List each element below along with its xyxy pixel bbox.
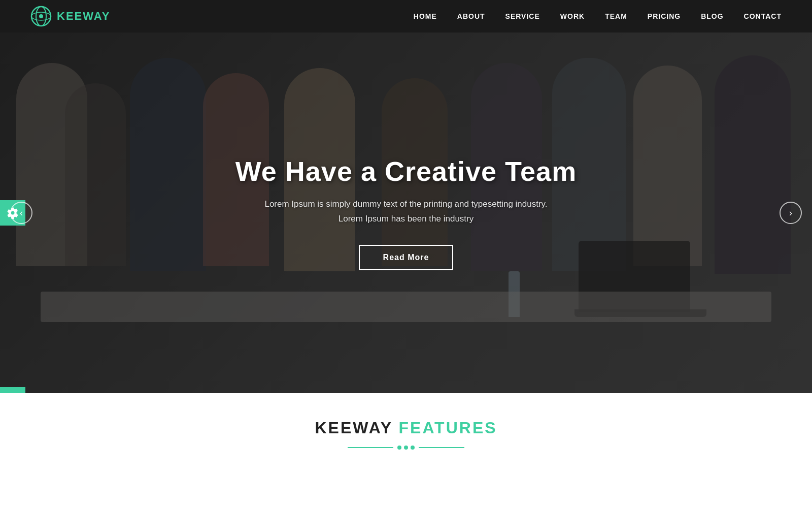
features-divider bbox=[10, 446, 802, 450]
nav-home[interactable]: HOME bbox=[414, 12, 437, 20]
hero-section: ‹ › We Have a Creative Team Lorem Ipsum … bbox=[0, 33, 812, 393]
features-section: KEEWAY FEATURES bbox=[0, 393, 812, 470]
slide-indicator bbox=[0, 387, 25, 393]
divider-line-right bbox=[419, 447, 464, 448]
chevron-right-icon: › bbox=[789, 208, 792, 218]
nav-work[interactable]: WORK bbox=[560, 12, 585, 20]
svg-point-3 bbox=[39, 14, 43, 18]
divider-line-left bbox=[348, 447, 393, 448]
brand-name: KEEWAY bbox=[57, 10, 110, 23]
divider-dot-3 bbox=[411, 446, 415, 450]
nav-links: HOME ABOUT SERVICE WORK TEAM PRICING BLO… bbox=[414, 12, 782, 21]
nav-contact[interactable]: CONTACT bbox=[744, 12, 782, 20]
brand-logo-link[interactable]: KEEWAY bbox=[30, 6, 110, 27]
nav-pricing[interactable]: PRICING bbox=[648, 12, 681, 20]
slider-prev-button[interactable]: ‹ bbox=[10, 202, 32, 224]
features-title-part2: FEATURES bbox=[398, 419, 497, 437]
logo-icon bbox=[30, 6, 52, 27]
features-title-part1: KEEWAY bbox=[315, 419, 392, 437]
divider-dots bbox=[397, 446, 415, 450]
hero-subtitle: Lorem Ipsum is simply dummy text of the … bbox=[264, 197, 547, 227]
slider-next-button[interactable]: › bbox=[780, 202, 802, 224]
nav-blog[interactable]: BLOG bbox=[701, 12, 723, 20]
hero-content: We Have a Creative Team Lorem Ipsum is s… bbox=[0, 33, 812, 393]
nav-about[interactable]: ABOUT bbox=[457, 12, 485, 20]
divider-dot-1 bbox=[397, 446, 401, 450]
features-title: KEEWAY FEATURES bbox=[10, 419, 802, 437]
divider-dot-2 bbox=[404, 446, 408, 450]
hero-title: We Have a Creative Team bbox=[235, 155, 577, 187]
nav-team[interactable]: TEAM bbox=[605, 12, 627, 20]
hero-cta-button[interactable]: Read More bbox=[359, 245, 454, 270]
chevron-left-icon: ‹ bbox=[20, 208, 23, 218]
navbar: KEEWAY HOME ABOUT SERVICE WORK TEAM PRIC… bbox=[0, 0, 812, 33]
nav-service[interactable]: SERVICE bbox=[505, 12, 540, 20]
